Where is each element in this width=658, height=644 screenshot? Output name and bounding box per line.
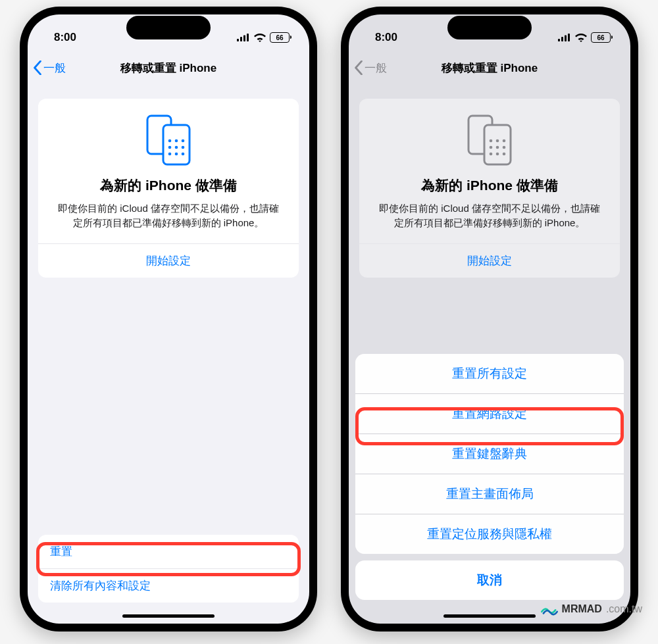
battery-icon: 66 — [591, 32, 611, 43]
svg-point-25 — [496, 146, 499, 149]
prepare-card: 為新的 iPhone 做準備 即使你目前的 iCloud 儲存空間不足以備份，也… — [359, 99, 620, 278]
start-setup-button[interactable]: 開始設定 — [38, 243, 299, 278]
status-time: 8:00 — [375, 31, 397, 44]
svg-rect-15 — [558, 39, 560, 41]
svg-rect-17 — [565, 36, 567, 42]
status-time: 8:00 — [54, 31, 76, 44]
dynamic-island — [447, 16, 532, 39]
card-description: 即使你目前的 iCloud 儲存空間不足以備份，也請確定所有項目都已準備好移轉到… — [51, 201, 286, 230]
svg-rect-3 — [247, 34, 249, 41]
transfer-icon — [51, 114, 286, 166]
back-label: 一般 — [43, 61, 66, 76]
cellular-icon — [558, 34, 571, 41]
svg-rect-2 — [243, 36, 245, 42]
sheet-reset-keyboard[interactable]: 重置鍵盤辭典 — [355, 434, 624, 474]
nav-title: 移轉或重置 iPhone — [120, 61, 216, 76]
svg-rect-20 — [484, 125, 511, 164]
logo-icon — [541, 602, 558, 616]
svg-point-11 — [182, 146, 185, 149]
watermark-domain: .com.tw — [606, 603, 642, 615]
svg-rect-16 — [561, 37, 563, 41]
action-sheet: 重置所有設定 重置網路設定 重置鍵盤辭典 重置主畫面佈局 重置定位服務與隱私權 … — [349, 354, 630, 624]
nav-title: 移轉或重置 iPhone — [442, 61, 538, 76]
chevron-left-icon — [33, 61, 42, 75]
wifi-icon — [254, 34, 266, 42]
sheet-reset-home[interactable]: 重置主畫面佈局 — [355, 474, 624, 514]
svg-point-26 — [503, 146, 506, 149]
svg-rect-1 — [240, 37, 242, 41]
back-button: 一般 — [354, 61, 387, 76]
svg-point-8 — [182, 139, 185, 143]
svg-point-24 — [490, 146, 493, 149]
back-label: 一般 — [365, 61, 387, 76]
battery-icon: 66 — [270, 32, 290, 43]
svg-point-28 — [496, 153, 499, 156]
wifi-icon — [575, 34, 587, 42]
svg-point-21 — [490, 139, 493, 143]
phone-left: 8:00 66 一般 移轉或重置 iPhone — [20, 7, 317, 632]
svg-point-14 — [182, 153, 185, 156]
svg-point-29 — [503, 153, 506, 156]
svg-point-10 — [175, 146, 178, 149]
watermark: MRMAD.com.tw — [541, 602, 642, 616]
svg-rect-5 — [163, 125, 190, 164]
sheet-reset-location[interactable]: 重置定位服務與隱私權 — [355, 514, 624, 554]
prepare-card: 為新的 iPhone 做準備 即使你目前的 iCloud 儲存空間不足以備份，也… — [38, 99, 299, 278]
svg-point-12 — [168, 153, 172, 156]
erase-row[interactable]: 清除所有內容和設定 — [38, 569, 299, 603]
back-button[interactable]: 一般 — [33, 61, 66, 76]
bottom-list: 重置 清除所有內容和設定 — [38, 535, 299, 603]
dynamic-island — [126, 16, 211, 39]
home-indicator[interactable] — [122, 614, 215, 618]
svg-point-7 — [175, 139, 178, 143]
svg-point-23 — [503, 139, 506, 143]
svg-rect-0 — [237, 39, 239, 41]
card-title: 為新的 iPhone 做準備 — [51, 176, 286, 195]
card-description: 即使你目前的 iCloud 儲存空間不足以備份，也請確定所有項目都已準備好移轉到… — [372, 201, 607, 230]
cellular-icon — [237, 34, 250, 41]
start-setup-button: 開始設定 — [359, 243, 620, 278]
card-title: 為新的 iPhone 做準備 — [372, 176, 607, 195]
chevron-left-icon — [354, 61, 363, 75]
nav-bar: 一般 移轉或重置 iPhone — [28, 51, 309, 84]
transfer-icon — [372, 114, 607, 166]
svg-rect-18 — [568, 34, 570, 41]
svg-point-13 — [175, 153, 178, 156]
sheet-reset-network[interactable]: 重置網路設定 — [355, 394, 624, 434]
sheet-cancel-button[interactable]: 取消 — [355, 560, 624, 600]
home-indicator[interactable] — [443, 614, 536, 618]
watermark-brand: MRMAD — [562, 603, 602, 615]
nav-bar: 一般 移轉或重置 iPhone — [349, 51, 630, 84]
sheet-reset-all[interactable]: 重置所有設定 — [355, 354, 624, 394]
svg-point-22 — [496, 139, 499, 143]
svg-point-6 — [168, 139, 172, 143]
svg-point-9 — [168, 146, 172, 149]
phone-right: 8:00 66 一般 移轉或重置 iPhone — [341, 7, 638, 632]
reset-row[interactable]: 重置 — [38, 535, 299, 569]
svg-point-27 — [490, 153, 493, 156]
